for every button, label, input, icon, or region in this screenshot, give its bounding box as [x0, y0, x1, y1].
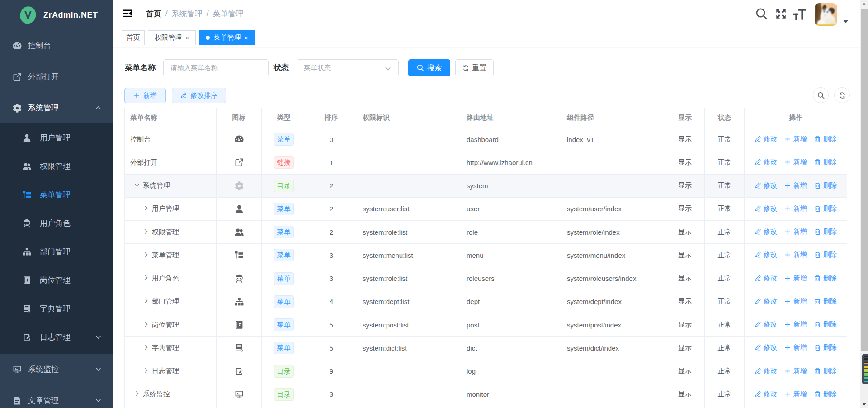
svg-text:V: V: [24, 9, 32, 21]
